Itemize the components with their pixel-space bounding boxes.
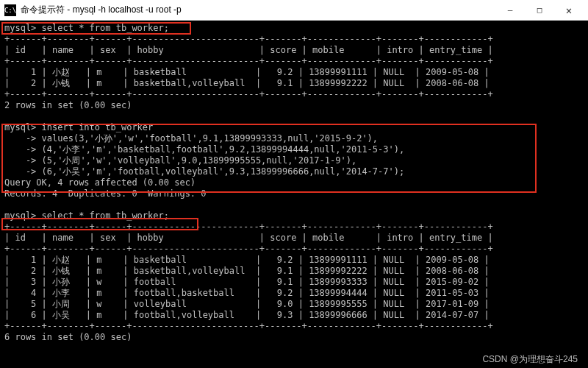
highlight-box-1 [1,22,191,35]
maximize-button[interactable]: □ [525,1,554,20]
line-q2-border: +------+--------+------+----------------… [4,321,584,332]
line-q1-border: +------+--------+------+----------------… [4,89,584,100]
window-title: 命令提示符 - mysql -h localhost -u root -p [21,4,495,16]
line-q2-border: +------+--------+------+----------------… [4,244,584,255]
terminal-output[interactable]: mysql> select * from tb_worker; +------+… [0,21,588,368]
line-q2-header: | id | name | sex | hobby | score | mobi… [4,233,584,244]
blank-line [4,199,584,210]
table-row: | 2 | 小钱 | m | basketball,volleyball | 9… [4,266,584,277]
highlight-box-3 [1,218,198,230]
table-row: | 3 | 小孙 | w | football | 9.1 | 13899993… [4,277,584,288]
line-q2-result: 6 rows in set (0.00 sec) [4,332,584,343]
titlebar[interactable]: C:\ 命令提示符 - mysql -h localhost -u root -… [0,0,588,21]
table-row: | 4 | 小李 | m | football,basketball | 9.2… [4,288,584,299]
table-row: | 1 | 小赵 | m | basketball | 9.2 | 138999… [4,67,584,78]
line-q1-border: +------+--------+------+----------------… [4,56,584,67]
table-row: | 6 | 小吴 | m | football,volleyball | 9.3… [4,310,584,321]
watermark-text: CSDN @为理想奋斗245 [482,354,578,365]
line-q1-result: 2 rows in set (0.00 sec) [4,100,584,111]
table-row: | 5 | 小周 | w | volleyball | 9.0 | 138999… [4,299,584,310]
line-q1-border: +------+--------+------+----------------… [4,34,584,45]
line-q1-header: | id | name | sex | hobby | score | mobi… [4,45,584,56]
minimize-button[interactable]: — [495,1,525,20]
table-row: | 1 | 小赵 | m | basketball | 9.2 | 138999… [4,255,584,266]
highlight-box-2 [1,124,537,193]
app-icon: C:\ [4,4,16,16]
close-button[interactable]: ✕ [554,1,584,20]
window-controls: — □ ✕ [495,1,584,20]
blank-line [4,111,584,122]
table-row: | 2 | 小钱 | m | basketball,volleyball | 9… [4,78,584,89]
command-prompt-window: C:\ 命令提示符 - mysql -h localhost -u root -… [0,0,588,368]
